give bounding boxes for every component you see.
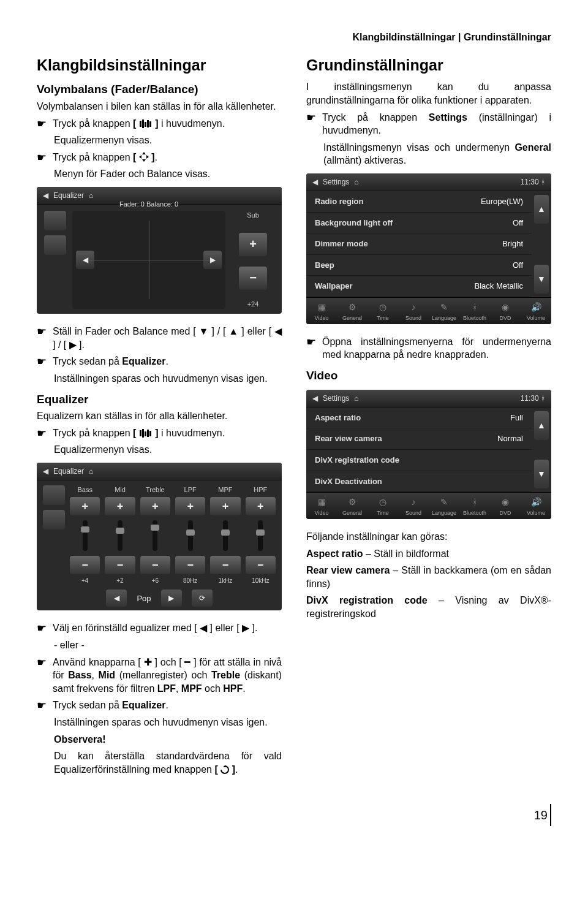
t: Settings [429,112,467,123]
step-press-eq-icon: ☛ Tryck på knappen [ ] i huvudmenyn. [37,117,282,131]
svg-rect-9 [140,430,141,436]
hand-icon: ☛ [37,118,47,131]
settings-row: DivX registration code [306,450,532,471]
eq-icon [139,429,153,438]
svg-rect-2 [145,122,146,127]
settings-row: Rear view cameraNormal [306,428,532,450]
preset-icon [44,235,66,255]
svg-rect-1 [142,119,144,128]
hand-icon: ☛ [306,336,316,349]
t: , [176,683,181,694]
settings-tab: ◷Time [368,298,398,324]
settings-tab: ✎Language [429,493,459,519]
t: LPF [157,683,176,694]
video-intro: Följande inställningar kan göras: [306,530,551,544]
settings-row: Dimmer modeBright [306,233,532,255]
t: Inställningsmenyn visas och undermenyn [323,142,514,153]
step-text: Välj en förinställd egualizer med [ ◀ ] … [53,621,282,635]
svg-marker-7 [139,155,141,159]
hand-icon: ☛ [306,112,316,125]
next-preset: ▶ [161,590,182,607]
header-breadcrumb: Klangbildinställningar | Grundinställnin… [37,31,551,44]
back-icon: ◀ [43,466,48,476]
hand-icon: ☛ [37,325,47,339]
observe-heading: Observera! [54,734,106,745]
svg-rect-0 [140,121,141,127]
scroll-up-icon: ▲ [534,411,549,440]
fourway-icon [139,152,149,162]
settings-row: BeepOff [306,255,532,276]
subsection-volym: Volymbalans (Fader/Balance) [37,82,282,97]
screen-title: Equalizer [53,466,84,476]
settings-video-screenshot: ◀Settings⌂ 11:30 ᚼ Aspect ratioFullRear … [306,390,551,519]
preset-icon [44,211,66,230]
step-text: Tryck på knappen [53,152,133,162]
step-text-end: i huvudmenyn. [159,118,225,129]
screen-title: Settings [323,393,349,403]
left-arrow: ◀ [76,251,94,269]
t: (allmänt) aktiveras. [323,155,406,165]
t: HPF [223,683,243,694]
t: Aspect ratio [306,548,363,559]
settings-tab: ▦Video [306,298,337,324]
t: . [165,700,168,710]
step-result: Equalizermenyn visas. [54,443,282,457]
reset-icon [221,765,229,774]
settings-tab: ◉DVD [490,493,521,519]
hand-icon: ☛ [37,151,47,165]
settings-tab: ♪Sound [398,298,429,324]
settings-tab: ✎Language [429,298,459,324]
settings-tab: ▦Video [306,493,337,519]
settings-tab: ◷Time [368,493,398,519]
hand-icon: ☛ [37,622,47,635]
t: . [243,683,245,694]
volym-intro: Volymbalansen i bilen kan ställas in för… [37,100,282,113]
scroll-up-icon: ▲ [534,195,549,224]
settings-tab: ⚙General [337,493,368,519]
svg-rect-3 [147,120,149,127]
back-icon: ◀ [312,393,318,403]
t: General [514,142,551,153]
step-press-settings: ☛ Tryck på knappen Settings (inställning… [306,111,551,137]
prev-preset: ◀ [106,590,127,607]
hand-icon: ☛ [37,427,47,441]
fader-screenshot: ◀Equalizer⌂ Fader: 0 Balance: 0 ◀ ▶ Sub [37,187,282,314]
page-number: 19 [37,804,551,826]
step-text: Tryck på knappen [53,118,133,129]
settings-tab: ♪Sound [398,493,429,519]
sub-label: Sub [247,211,259,220]
settings-row: Aspect ratioFull [306,408,532,429]
eq-intro: Equalizern kan ställas in för alla källe… [37,409,282,423]
observe-text-b: . [235,764,238,775]
t: Bass [68,670,91,680]
sub-value: +24 [247,300,259,309]
settings-row: Background light offOff [306,213,532,234]
t: MPF [181,683,202,694]
step-adjust-fader: ☛ Ställ in Fader och Balance med [ ▼ ] /… [37,325,282,351]
back-icon: ◀ [43,191,48,200]
step-adjust-bands: ☛ Använd knapparna [ ✚ ] och [ ━ ] för a… [37,656,282,696]
step-press-equalizer: ☛ Tryck sedan på Equalizer. [37,355,282,368]
settings-tab: 🔊Volume [521,298,551,324]
settings-general-screenshot: ◀Settings⌂ 11:30 ᚼ Radio regionEurope(LW… [306,173,551,324]
preset-name: Pop [137,593,151,604]
step-result: Menyn för Fader och Balance visas. [54,167,282,181]
step-press-equalizer-2: ☛ Tryck sedan på Equalizer. [37,699,282,712]
step-text-end: i huvudmenyn. [159,428,225,438]
step-text: Tryck på knappen [53,428,133,438]
step-text-a: Tryck sedan på [53,356,122,366]
t: Treble [211,670,240,680]
reset-icon: ⟳ [192,590,213,607]
fader-pad: Fader: 0 Balance: 0 ◀ ▶ [72,211,225,309]
step-result: Inställningen sparas och huvudmenyn visa… [54,372,282,385]
right-column: Grundinställningar I inställningsmenyn k… [306,55,551,780]
right-arrow: ▶ [203,251,222,269]
section-title-basic: Grundinställningar [306,55,551,76]
settings-tab: ᚼBluetooth [459,493,490,519]
step-choose-preset: ☛ Välj en förinställd egualizer med [ ◀ … [37,621,282,635]
left-column: Klangbildsinställningar Volymbalans (Fad… [37,55,282,780]
t: Tryck sedan på [53,700,122,710]
home-icon: ⌂ [89,466,93,476]
svg-marker-6 [142,159,146,162]
step-press-arrows-icon: ☛ Tryck på knappen [ ]. [37,151,282,164]
